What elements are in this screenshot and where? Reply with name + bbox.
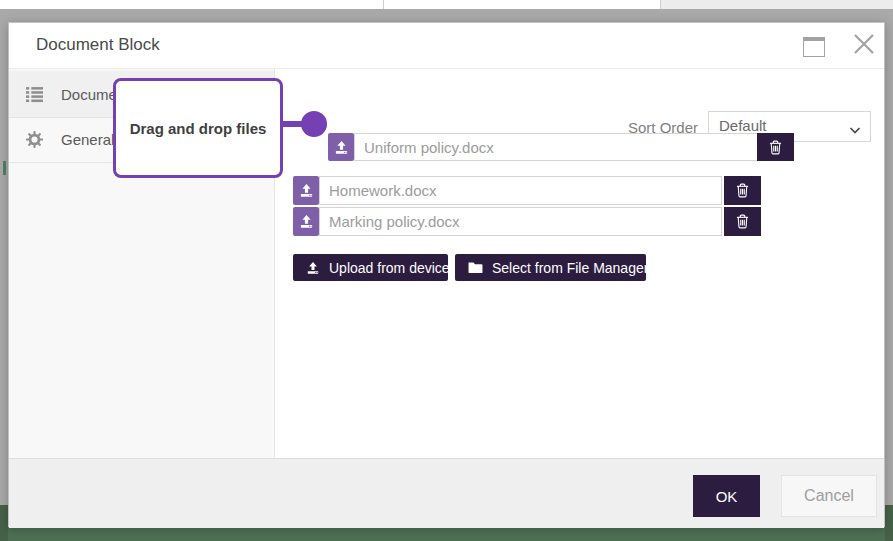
upload-icon[interactable] bbox=[293, 176, 319, 205]
dialog-content: Sort Order Default bbox=[275, 69, 884, 458]
file-name-input[interactable] bbox=[319, 207, 722, 236]
tooltip-text: Drag and drop files bbox=[130, 120, 267, 137]
page-right-zone bbox=[660, 0, 893, 9]
chevron-down-icon bbox=[849, 121, 861, 139]
upload-icon[interactable] bbox=[328, 133, 354, 161]
screen: Document Block Documents bbox=[0, 0, 893, 541]
page-bottom-green-bar bbox=[0, 527, 893, 541]
trash-icon[interactable] bbox=[724, 207, 761, 236]
dimmed-green bbox=[885, 505, 893, 541]
file-name-input[interactable] bbox=[354, 133, 758, 161]
close-icon[interactable] bbox=[851, 31, 877, 57]
page-behind-top-strip bbox=[0, 0, 893, 9]
cancel-button[interactable]: Cancel bbox=[781, 475, 877, 517]
upload-icon bbox=[306, 261, 320, 275]
maximize-icon[interactable] bbox=[803, 37, 825, 57]
folder-icon bbox=[468, 261, 483, 274]
page-divider bbox=[383, 0, 384, 9]
list-icon bbox=[26, 86, 43, 103]
gear-icon bbox=[26, 131, 43, 148]
trash-icon[interactable] bbox=[757, 133, 794, 161]
select-from-file-manager-button[interactable]: Select from File Manager bbox=[455, 254, 646, 281]
overlay-right-strip bbox=[885, 9, 893, 541]
file-name-input[interactable] bbox=[319, 176, 722, 205]
select-from-file-manager-label: Select from File Manager bbox=[492, 260, 648, 276]
drag-drop-tooltip: Drag and drop files bbox=[113, 78, 283, 178]
ok-button[interactable]: OK bbox=[693, 475, 760, 517]
upload-icon[interactable] bbox=[293, 207, 319, 236]
upload-from-device-label: Upload from device bbox=[329, 260, 450, 276]
sidebar-item-label: General bbox=[61, 131, 114, 148]
dialog-header: Document Block bbox=[9, 23, 884, 69]
trash-icon[interactable] bbox=[724, 176, 761, 205]
upload-from-device-button[interactable]: Upload from device bbox=[293, 254, 448, 281]
page-behind-green-mark bbox=[3, 161, 6, 175]
dialog-title: Document Block bbox=[36, 35, 160, 55]
overlay-left-strip bbox=[0, 9, 8, 541]
dimmed-green bbox=[0, 505, 8, 541]
document-block-dialog: Document Block Documents bbox=[8, 22, 885, 527]
dialog-footer: OK Cancel bbox=[9, 458, 884, 528]
tooltip-connector-dot bbox=[301, 111, 327, 137]
sort-order-value: Default bbox=[719, 117, 767, 134]
